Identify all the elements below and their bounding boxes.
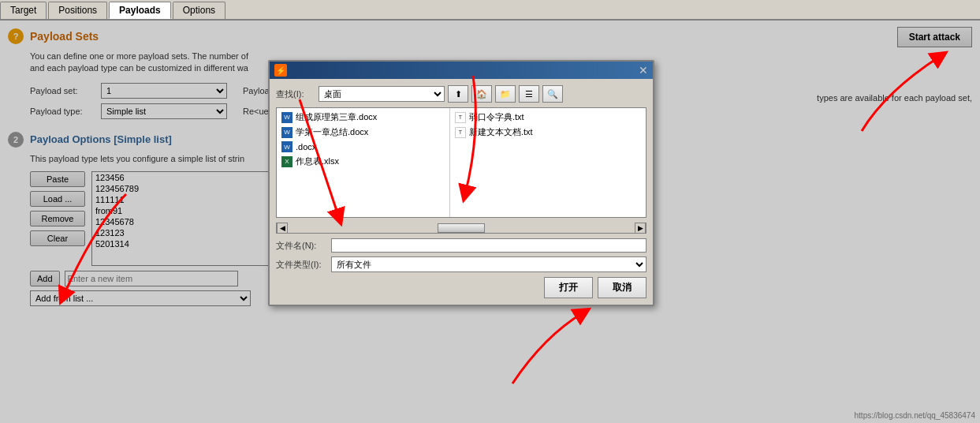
filetype-label: 文件类型(I): <box>276 259 331 271</box>
scrollbar-row: ◀ ▶ <box>276 223 647 234</box>
file-name: 弱口令字典.txt <box>469 111 524 123</box>
file-name: .docx <box>296 142 316 152</box>
dialog-body: 查找(I): 桌面 ⬆ 🏠 📁 ☰ 🔍 W 组成原理第三章.docx <box>270 79 653 305</box>
filename-row: 文件名(N): <box>276 238 647 253</box>
scroll-thumb[interactable] <box>438 223 485 233</box>
tab-target[interactable]: Target <box>0 2 47 19</box>
file-list-right[interactable]: T 弱口令字典.txt T 新建文本文档.txt <box>450 108 646 217</box>
file-list-left[interactable]: W 组成原理第三章.docx W 学第一章总结.docx W .docx X 作… <box>277 108 450 217</box>
file-item[interactable]: T 新建文本文档.txt <box>452 125 644 140</box>
look-in-label: 查找(I): <box>276 88 315 100</box>
file-item[interactable]: X 作息表.xlsx <box>278 154 448 169</box>
tab-payloads[interactable]: Payloads <box>109 2 171 19</box>
file-item[interactable]: W 组成原理第三章.docx <box>278 110 448 125</box>
file-list-container: W 组成原理第三章.docx W 学第一章总结.docx W .docx X 作… <box>276 107 647 218</box>
dialog-title-left: ⚡ <box>274 64 287 77</box>
detail-view-button[interactable]: 🔍 <box>542 85 563 103</box>
tab-options[interactable]: Options <box>173 2 225 19</box>
txt-icon: T <box>455 112 466 123</box>
dialog-titlebar: ⚡ ✕ <box>270 62 653 79</box>
tab-positions[interactable]: Positions <box>48 2 107 19</box>
scroll-right-btn[interactable]: ▶ <box>635 223 646 234</box>
list-view-button[interactable]: ☰ <box>519 85 539 103</box>
filetype-select[interactable]: 所有文件 <box>331 256 647 272</box>
file-name: 作息表.xlsx <box>296 155 339 167</box>
up-folder-button[interactable]: ⬆ <box>448 85 468 103</box>
look-in-dropdown[interactable]: 桌面 <box>319 86 445 102</box>
file-name: 新建文本文档.txt <box>469 126 533 138</box>
tab-bar: Target Positions Payloads Options <box>0 0 980 21</box>
cancel-button[interactable]: 取消 <box>598 277 647 298</box>
file-item[interactable]: W 学第一章总结.docx <box>278 125 448 140</box>
dialog-app-icon: ⚡ <box>274 64 287 77</box>
home-button[interactable]: 🏠 <box>471 85 492 103</box>
main-content: Start attack ? Payload Sets You can defi… <box>0 21 980 423</box>
word-icon: W <box>281 127 293 138</box>
dialog-toolbar: 查找(I): 桌面 ⬆ 🏠 📁 ☰ 🔍 <box>276 85 647 103</box>
open-button[interactable]: 打开 <box>544 277 593 298</box>
dialog-buttons: 打开 取消 <box>276 277 647 298</box>
dialog-close-icon[interactable]: ✕ <box>639 64 648 77</box>
filename-label: 文件名(N): <box>276 240 331 252</box>
file-name: 组成原理第三章.docx <box>296 111 377 123</box>
word-icon: W <box>281 141 293 152</box>
word-icon: W <box>281 112 293 123</box>
new-folder-button[interactable]: 📁 <box>495 85 516 103</box>
file-dialog: ⚡ ✕ 查找(I): 桌面 ⬆ 🏠 📁 ☰ 🔍 <box>268 60 654 306</box>
txt-icon: T <box>455 127 466 138</box>
excel-icon: X <box>281 156 293 167</box>
filetype-row: 文件类型(I): 所有文件 <box>276 256 647 272</box>
file-item[interactable]: T 弱口令字典.txt <box>452 110 644 125</box>
file-item[interactable]: W .docx <box>278 140 448 154</box>
scroll-left-btn[interactable]: ◀ <box>277 223 288 234</box>
file-name: 学第一章总结.docx <box>296 126 368 138</box>
scroll-track <box>288 223 635 233</box>
filename-input[interactable] <box>331 238 647 253</box>
